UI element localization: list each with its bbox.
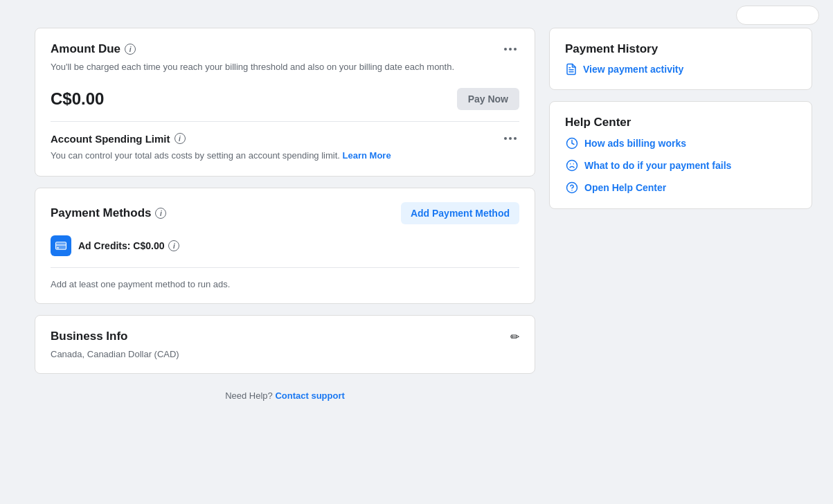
view-payment-activity-link[interactable]: View payment activity <box>565 63 796 75</box>
amount-due-title: Amount Due i <box>51 42 136 56</box>
page-footer: Need Help? Contact support <box>35 390 535 401</box>
sad-face-icon <box>565 159 579 172</box>
svg-rect-2 <box>56 244 66 246</box>
question-icon <box>565 181 579 195</box>
payment-history-title: Payment History <box>565 42 796 56</box>
svg-rect-3 <box>57 247 59 249</box>
spending-limit-info-icon[interactable]: i <box>174 133 186 144</box>
pm-note: Add at least one payment method to run a… <box>51 279 519 289</box>
left-column: Amount Due i You'll be charged each time… <box>35 28 535 401</box>
amount-value: C$0.00 <box>51 89 104 109</box>
payment-methods-title: Payment Methods i <box>51 206 166 220</box>
section-divider <box>51 121 519 122</box>
business-info-edit-button[interactable]: ✏ <box>510 330 519 343</box>
business-info-card: Business Info ✏ Canada, Canadian Dollar … <box>35 315 535 374</box>
ad-credits-info-icon[interactable]: i <box>168 240 179 251</box>
credit-card-icon <box>55 240 67 252</box>
payment-methods-card: Payment Methods i Add Payment Method Ad … <box>35 188 535 304</box>
clock-icon <box>565 136 579 150</box>
help-center-links: How ads billing works What to do if your… <box>565 136 796 195</box>
help-center-title: Help Center <box>565 116 796 129</box>
open-help-center-link[interactable]: Open Help Center <box>565 181 796 195</box>
svg-point-7 <box>567 161 577 171</box>
help-center-card: Help Center How ads billing works <box>549 101 812 209</box>
payment-history-card: Payment History View payment activity <box>549 28 812 90</box>
spending-limit-menu-button[interactable] <box>501 134 519 143</box>
how-ads-billing-works-link[interactable]: How ads billing works <box>565 136 796 150</box>
receipt-icon <box>565 63 577 75</box>
business-info-value: Canada, Canadian Dollar (CAD) <box>51 349 519 359</box>
amount-due-subtitle: You'll be charged each time you reach yo… <box>51 60 519 74</box>
pay-now-button[interactable]: Pay Now <box>457 88 519 110</box>
ad-credits-row: Ad Credits: C$0.00 i <box>51 235 519 256</box>
add-payment-method-button[interactable]: Add Payment Method <box>401 202 519 224</box>
amount-due-card: Amount Due i You'll be charged each time… <box>35 28 535 177</box>
payment-methods-info-icon[interactable]: i <box>155 208 166 219</box>
payment-fails-link[interactable]: What to do if your payment fails <box>565 159 796 172</box>
spending-limit-subtitle: You can control your total ads costs by … <box>51 149 519 163</box>
right-column: Payment History View payment activity <box>549 28 812 401</box>
pm-divider <box>51 267 519 268</box>
ad-credits-icon <box>51 235 71 256</box>
ad-credits-label: Ad Credits: C$0.00 i <box>78 240 179 251</box>
amount-due-info-icon[interactable]: i <box>125 44 136 55</box>
learn-more-link[interactable]: Learn More <box>343 150 391 161</box>
business-info-title: Business Info <box>51 330 127 343</box>
contact-support-link[interactable]: Contact support <box>275 390 344 401</box>
amount-due-menu-button[interactable] <box>501 45 519 53</box>
spending-limit-title: Account Spending Limit i <box>51 133 186 145</box>
